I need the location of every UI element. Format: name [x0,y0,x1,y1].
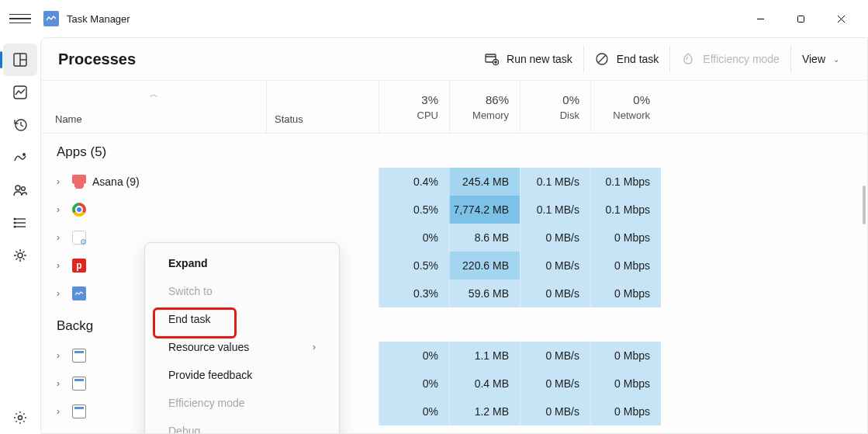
expand-icon[interactable]: › [57,378,66,389]
maximize-button[interactable] [783,6,818,31]
expand-icon[interactable]: › [57,232,66,243]
window-icon [72,349,86,363]
chrome-icon [72,203,86,217]
taskmgr-icon [72,286,86,300]
table-row[interactable]: › 0.5% 7,774.2 MB 0.1 MB/s 0.1 Mbps [41,196,867,224]
menu-end-task[interactable]: End task [145,305,339,333]
disk-cell: 0 MB/s [520,398,590,425]
sort-indicator-icon: ︿ [150,89,158,100]
expand-icon[interactable]: › [57,204,66,215]
close-button[interactable] [823,6,859,31]
cpu-cell: 0.5% [379,196,449,224]
svg-line-26 [598,56,605,63]
network-cell: 0 Mbps [590,342,661,370]
sidebar-processes[interactable] [3,43,37,76]
network-cell: 0.1 Mbps [590,196,661,224]
svg-point-18 [18,253,22,258]
table-row[interactable]: ›Asana (9) 0.4% 245.4 MB 0.1 MB/s 0.1 Mb… [41,168,867,196]
svg-point-10 [16,186,20,190]
expand-icon[interactable]: › [57,176,66,187]
column-memory[interactable]: 86%Memory [449,81,520,133]
column-disk[interactable]: 0%Disk [520,81,590,133]
column-status[interactable]: Status [266,81,379,133]
network-cell: 0 Mbps [590,224,661,252]
window-icon [72,377,86,391]
sidebar-app-history[interactable] [0,109,40,141]
app-icon [43,11,59,26]
sidebar-startup[interactable] [0,141,40,174]
chevron-right-icon: › [313,342,316,352]
network-cell: 0.1 Mbps [590,168,661,196]
page-title: Processes [58,50,136,68]
svg-point-16 [14,222,16,224]
disk-cell: 0 MB/s [520,342,590,370]
memory-cell: 59.6 MB [449,279,520,307]
efficiency-mode-button: Efficiency mode [670,46,791,72]
end-task-button[interactable]: End task [584,46,670,72]
svg-rect-1 [797,16,804,22]
settings-app-icon [72,231,86,245]
sidebar-users[interactable] [0,174,40,207]
network-cell: 0 Mbps [590,398,661,425]
end-task-label: End task [617,53,659,65]
expand-icon[interactable]: › [57,288,66,299]
column-name[interactable]: ︿ Name [41,81,266,133]
app-icon-red: p [72,259,86,273]
network-cell: 0 Mbps [590,370,661,398]
view-button[interactable]: View ⌄ [791,47,850,71]
svg-point-17 [14,226,16,227]
app-title: Task Manager [67,13,130,25]
memory-cell: 0.4 MB [449,370,520,398]
memory-cell: 7,774.2 MB [449,196,520,224]
chevron-down-icon: ⌄ [833,55,839,64]
svg-point-11 [22,187,26,191]
view-label: View [802,53,825,65]
menu-provide-feedback[interactable]: Provide feedback [145,361,339,389]
sidebar-performance[interactable] [0,76,40,109]
memory-cell: 1.2 MB [449,398,520,425]
memory-cell: 220.6 MB [449,252,520,279]
efficiency-mode-label: Efficiency mode [703,53,780,65]
hamburger-menu[interactable] [9,8,31,30]
memory-cell: 245.4 MB [449,168,520,196]
sidebar-services[interactable] [0,239,40,272]
column-cpu[interactable]: 3%CPU [379,81,449,133]
sidebar-settings[interactable] [0,401,40,434]
expand-icon[interactable]: › [57,260,66,271]
run-new-task-label: Run new task [507,53,572,65]
cpu-cell: 0.4% [379,168,449,196]
menu-switch-to: Switch to [145,277,339,305]
disk-cell: 0 MB/s [520,279,590,307]
cpu-cell: 0% [379,398,449,425]
menu-efficiency-mode: Efficiency mode [145,389,339,417]
scrollbar-thumb[interactable] [863,186,866,224]
cpu-cell: 0.5% [379,252,449,279]
expand-icon[interactable]: › [57,350,66,361]
memory-cell: 8.6 MB [449,224,520,252]
cpu-cell: 0% [379,224,449,252]
network-cell: 0 Mbps [590,279,661,307]
column-network[interactable]: 0%Network [590,81,661,133]
svg-point-15 [14,218,16,220]
minimize-button[interactable] [742,6,778,31]
disk-cell: 0.1 MB/s [520,196,590,224]
memory-cell: 1.1 MB [449,342,520,370]
context-menu: Expand Switch to End task Resource value… [144,242,340,434]
expand-icon[interactable]: › [57,406,66,417]
process-name: Asana (9) [92,175,140,188]
run-new-task-button[interactable]: Run new task [474,46,584,72]
group-apps[interactable]: Apps (5) [41,134,867,168]
menu-resource-values[interactable]: Resource values› [145,333,339,361]
sidebar-details[interactable] [0,207,40,239]
cpu-cell: 0% [379,342,449,370]
svg-point-9 [23,154,25,155]
asana-icon [72,175,86,189]
disk-cell: 0 MB/s [520,370,590,398]
cpu-cell: 0% [379,370,449,398]
disk-cell: 0.1 MB/s [520,168,590,196]
menu-expand[interactable]: Expand [145,249,339,277]
disk-cell: 0 MB/s [520,252,590,279]
menu-debug: Debug [145,417,339,434]
window-icon [72,404,86,418]
network-cell: 0 Mbps [590,252,661,279]
